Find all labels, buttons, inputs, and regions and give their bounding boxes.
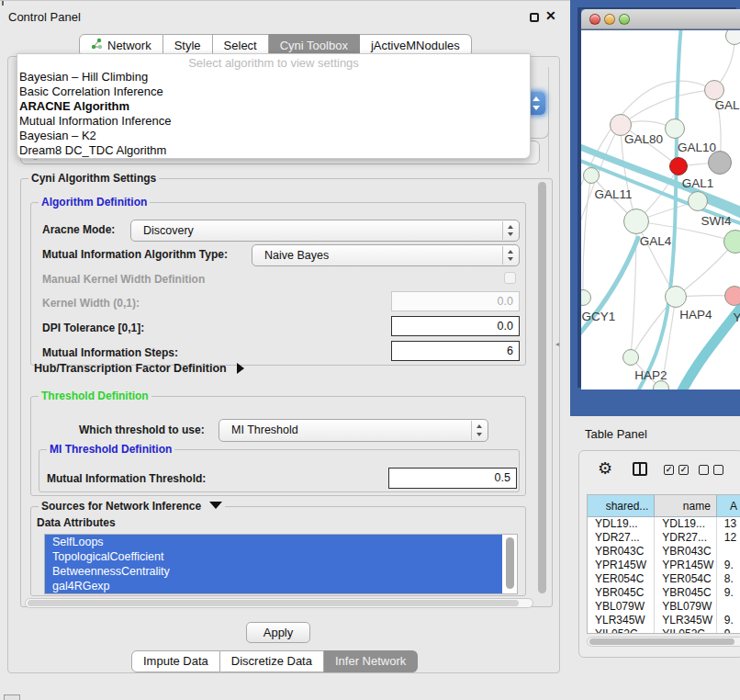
- table-horizontal-scrollbar[interactable]: [587, 637, 740, 647]
- tab-impute-data[interactable]: Impute Data: [131, 650, 220, 672]
- network-view-window: GALGAL80GAL10GAL1GAL11GAL4SWI4GCY1HAP4YH…: [581, 9, 740, 390]
- tab-label: Infer Network: [335, 654, 406, 668]
- table-cell: YER054C: [655, 572, 717, 586]
- table-cell: 8.: [717, 572, 740, 586]
- node-gal10[interactable]: [665, 119, 685, 139]
- mi-type-combo[interactable]: Naive Bayes: [252, 244, 520, 266]
- node-gal11[interactable]: [583, 167, 600, 184]
- mi-steps-label: Mutual Information Steps:: [42, 346, 178, 359]
- table-row[interactable]: YBR043CYBR043C: [588, 545, 740, 559]
- checked-checkbox-icon[interactable]: ✓: [664, 465, 674, 475]
- dpi-tolerance-field[interactable]: 0.0: [391, 316, 520, 336]
- network-window-titlebar[interactable]: [581, 9, 740, 29]
- data-attribute-item[interactable]: BetweennessCentrality: [45, 564, 502, 579]
- chevron-updown-icon[interactable]: [471, 421, 487, 440]
- window-minimize-button[interactable]: [604, 14, 615, 25]
- column-header-shared[interactable]: shared...: [588, 495, 655, 517]
- algorithm-popup: Select algorithm to view settings Bayesi…: [17, 53, 531, 159]
- algorithm-item[interactable]: Bayesian – Hill Climbing: [17, 70, 530, 85]
- node-hap4[interactable]: [665, 286, 687, 308]
- table-box: ⚙ ✓ ✓ shared... name A YDL19...YDL19...1…: [578, 450, 740, 658]
- table-cell: YBL079W: [588, 600, 655, 614]
- chevron-updown-icon[interactable]: [502, 221, 518, 240]
- chevron-updown-icon[interactable]: [502, 246, 518, 265]
- table-row[interactable]: YPR145WYPR145W9.: [588, 559, 740, 572]
- checked-checkbox-icon[interactable]: ✓: [678, 465, 689, 475]
- manual-kernel-label: Manual Kernel Width Definition: [42, 273, 205, 286]
- node-gal4[interactable]: [623, 209, 649, 234]
- settings-horizontal-scrollbar[interactable]: [25, 598, 533, 608]
- algorithm-item[interactable]: Basic Correlation Inference: [17, 85, 530, 99]
- table-cell: 13: [717, 517, 740, 531]
- which-threshold-combo[interactable]: MI Threshold: [219, 419, 488, 442]
- data-attribute-item[interactable]: TopologicalCoefficient: [45, 549, 502, 564]
- table-cell: YER054C: [588, 572, 655, 586]
- apply-button[interactable]: Apply: [246, 622, 310, 643]
- window-close-button[interactable]: [589, 14, 600, 25]
- network-canvas[interactable]: GALGAL80GAL10GAL1GAL11GAL4SWI4GCY1HAP4YH…: [581, 30, 740, 390]
- unchecked-checkbox-icon[interactable]: [713, 465, 723, 475]
- algorithm-item[interactable]: ARACNE Algorithm: [17, 99, 530, 114]
- triangle-down-icon: [209, 502, 222, 509]
- node[interactable]: [708, 151, 732, 175]
- tab-discretize-data[interactable]: Discretize Data: [220, 650, 324, 672]
- mi-type-value: Naive Bayes: [264, 249, 329, 262]
- table-cell: 9.: [717, 559, 740, 572]
- table-cell: YDL19...: [588, 517, 655, 531]
- node-table[interactable]: shared... name A YDL19...YDL19...13YDR27…: [587, 494, 740, 634]
- aracne-mode-combo[interactable]: Discovery: [130, 220, 520, 242]
- node-y[interactable]: [724, 286, 740, 306]
- column-header-name[interactable]: name: [655, 495, 717, 517]
- algorithm-item[interactable]: Bayesian – K2: [17, 129, 530, 143]
- table-row[interactable]: YIL052CYIL052C9: [588, 627, 740, 634]
- data-attribute-item[interactable]: SelfLoops: [45, 535, 502, 549]
- tab-infer-network[interactable]: Infer Network: [324, 650, 418, 672]
- table-cell: 9: [717, 627, 740, 634]
- table-toolbar: ⚙ ✓ ✓: [579, 451, 740, 490]
- algorithm-item[interactable]: Dream8 DC_TDC Algorithm: [17, 143, 530, 158]
- threshold-definition-group: Threshold Definition Which threshold to …: [30, 396, 526, 496]
- tab-label: Network: [107, 39, 151, 52]
- node-label: SWI4: [701, 214, 731, 228]
- mi-type-label: Mutual Information Algorithm Type:: [42, 248, 228, 261]
- mi-threshold-field[interactable]: 0.5: [388, 468, 517, 489]
- list-scrollbar[interactable]: [506, 537, 514, 589]
- mi-steps-field[interactable]: 6: [391, 341, 520, 361]
- node[interactable]: [669, 157, 688, 175]
- table-row[interactable]: YBR045CYBR045C9.: [588, 586, 740, 600]
- splitter-handle[interactable]: ◂: [555, 340, 560, 347]
- which-threshold-label: Which threshold to use:: [79, 423, 205, 436]
- data-attribute-item[interactable]: gal4RGexp: [45, 579, 502, 593]
- table-row[interactable]: YLR345WYLR345W9.: [588, 614, 740, 627]
- bottom-tabbar: Impute DataDiscretize DataInfer Network: [131, 650, 418, 672]
- algorithm-item[interactable]: Mutual Information Inference: [17, 114, 530, 129]
- column-header-partial[interactable]: A: [717, 495, 740, 517]
- unchecked-checkbox-icon[interactable]: [699, 465, 709, 475]
- tab-label: Impute Data: [143, 654, 208, 668]
- node-gal1[interactable]: [688, 191, 708, 211]
- sources-title-text: Sources for Network Inference: [41, 500, 201, 513]
- kernel-width-field[interactable]: 0.0: [391, 291, 520, 311]
- table-row[interactable]: YBL079WYBL079W: [588, 600, 740, 614]
- node-hap2[interactable]: [622, 349, 639, 366]
- table-header-row: shared... name A: [588, 495, 740, 517]
- table-cell: YIL052C: [655, 627, 717, 634]
- table-row[interactable]: YDL19...YDL19...13: [588, 517, 740, 531]
- table-row[interactable]: YDR27...YDR27...12: [588, 531, 740, 545]
- node-label: GAL: [714, 98, 739, 112]
- gear-icon[interactable]: ⚙: [598, 458, 612, 479]
- table-rows: YDL19...YDL19...13YDR27...YDR27...12YBR0…: [588, 517, 740, 634]
- window-zoom-button[interactable]: [619, 14, 630, 25]
- table-cell: YBR043C: [588, 545, 655, 559]
- data-attributes-list[interactable]: SelfLoopsTopologicalCoefficientBetweenne…: [44, 534, 518, 594]
- manual-kernel-checkbox[interactable]: [504, 272, 516, 284]
- close-icon[interactable]: ✕: [545, 8, 556, 23]
- table-row[interactable]: YER054CYER054C8.: [588, 572, 740, 586]
- settings-vertical-scrollbar[interactable]: [538, 182, 546, 593]
- split-view-icon[interactable]: [633, 462, 647, 476]
- hub-definition-expander[interactable]: Hub/Transcription Factor Definition: [34, 362, 244, 375]
- sources-title[interactable]: Sources for Network Inference: [39, 500, 225, 513]
- tab-label: Cyni Toolbox: [280, 39, 348, 52]
- minimized-panel-icon[interactable]: [4, 694, 20, 700]
- float-panel-icon[interactable]: [530, 13, 539, 22]
